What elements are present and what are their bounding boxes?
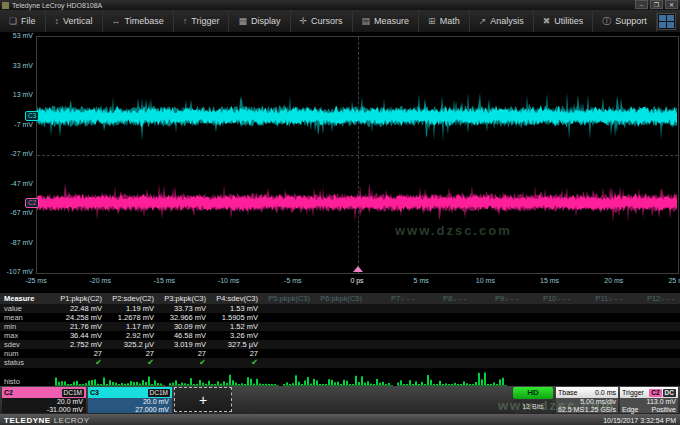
measure-cell — [471, 349, 523, 358]
grid-layout-icon[interactable] — [657, 13, 676, 30]
measure-cell — [575, 349, 627, 358]
measure-column-header[interactable]: P7:- - - — [367, 293, 419, 304]
menu-item-label: Measure — [374, 16, 409, 26]
status-cell — [627, 358, 679, 368]
measure-column-header[interactable]: P3:pkpk(C3) — [159, 293, 211, 304]
graticule[interactable]: www.dzsc.com — [36, 36, 679, 274]
measure-cell — [315, 322, 367, 331]
status-cell — [523, 358, 575, 368]
measure-column-header[interactable]: P1:pkpk(C2) — [55, 293, 107, 304]
channel-descriptor-c3[interactable]: C3 DC1M 20.0 mV 27.000 mV — [88, 387, 172, 413]
window-controls: – ❐ ✕ — [635, 0, 678, 9]
status-cell — [367, 358, 419, 368]
measure-title: Measure — [0, 293, 55, 304]
measure-cell — [627, 331, 679, 340]
measure-column-header[interactable]: P9:- - - — [471, 293, 523, 304]
menu-item-label: Analysis — [490, 16, 524, 26]
trigger-slope: Positive — [651, 406, 676, 414]
histogram-p4 — [397, 370, 507, 386]
trigger-marker-icon[interactable] — [353, 266, 363, 272]
measure-cell — [575, 313, 627, 322]
menu-item-display[interactable]: ▦Display — [229, 10, 290, 32]
measure-cell — [523, 349, 575, 358]
measure-cell — [575, 340, 627, 349]
measure-cell — [367, 349, 419, 358]
oscilloscope-app: Teledyne LeCroy HDO8108A – ❐ ✕ ❏File↕Ver… — [0, 0, 680, 425]
menu-item-label: Timebase — [125, 16, 164, 26]
menu-item-measure[interactable]: ▤Measure — [353, 10, 420, 32]
measure-column-header[interactable]: P4:sdev(C3) — [211, 293, 263, 304]
descriptor-strip: C2 DC1M 20.0 mV -31.000 mV C3 DC1M 20.0 … — [0, 386, 680, 414]
channel-descriptor-c2[interactable]: C2 DC1M 20.0 mV -31.000 mV — [2, 387, 86, 413]
measure-cell: 1.52 mV — [211, 322, 263, 331]
menu-item-label: Cursors — [311, 16, 343, 26]
status-cell — [263, 358, 315, 368]
measure-column-header[interactable]: P5:pkpk(C3) — [263, 293, 315, 304]
menu-item-support[interactable]: ⓘSupport — [593, 10, 657, 32]
measure-cell — [627, 349, 679, 358]
hd-mode-badge[interactable]: HD — [513, 387, 553, 399]
measure-cell — [419, 340, 471, 349]
trigger-icon: ↑ — [183, 16, 188, 26]
measure-column-header[interactable]: P10:- - - — [523, 293, 575, 304]
waveform-area: www.dzsc.com 53 mV33 mV13 mV-7 mV-27 mV-… — [0, 33, 680, 293]
x-axis-label: -15 ms — [147, 277, 181, 284]
trigger-body: 113.0 mV Edge Positive — [620, 398, 678, 413]
measure-cell — [263, 340, 315, 349]
menu-item-label: Trigger — [191, 16, 219, 26]
measure-cell: 30.09 mV — [159, 322, 211, 331]
menu-item-vertical[interactable]: ↕Vertical — [46, 10, 103, 32]
measure-cell — [367, 313, 419, 322]
measure-column-header[interactable]: P11:- - - — [575, 293, 627, 304]
menu-item-cursors[interactable]: ✛Cursors — [291, 10, 353, 32]
measure-cell: 1.19 mV — [107, 304, 159, 313]
measure-cell — [263, 349, 315, 358]
measure-cell — [315, 331, 367, 340]
menu-item-trigger[interactable]: ↑Trigger — [174, 10, 230, 32]
add-trace-button[interactable]: + — [174, 387, 232, 412]
measure-cell — [367, 304, 419, 313]
measure-cell: 3.019 mV — [159, 340, 211, 349]
timebase-descriptor[interactable]: Tbase 0.0 ms 5.00 ms/div 62.5 MS 1.25 GS… — [556, 387, 618, 413]
measure-cell — [523, 340, 575, 349]
cursors-icon: ✛ — [300, 16, 308, 26]
menu-item-file[interactable]: ❏File — [0, 10, 46, 32]
x-axis-label: 25 ms — [661, 277, 680, 284]
menu-item-label: File — [21, 16, 36, 26]
status-cell: ✔ — [55, 358, 107, 368]
measure-header-row: MeasureP1:pkpk(C2)P2:sdev(C2)P3:pkpk(C3)… — [0, 293, 680, 304]
timebase-scale: 5.00 ms/div — [580, 398, 616, 406]
footer-bar: TELEDYNE LECROY 10/15/2017 3:32:54 PM — [0, 414, 680, 425]
measure-cell — [367, 340, 419, 349]
channel-marker-c2[interactable]: C2 — [25, 198, 39, 208]
measure-column-header[interactable]: P2:sdev(C2) — [107, 293, 159, 304]
menu-item-label: Utilities — [554, 16, 583, 26]
window-title: Teledyne LeCroy HDO8108A — [12, 2, 102, 9]
y-axis-label: -47 mV — [1, 180, 33, 187]
measure-cell — [263, 322, 315, 331]
channel-marker-c3[interactable]: C3 — [25, 111, 39, 121]
timebase-icon: ↔ — [112, 16, 121, 26]
measure-cell — [263, 304, 315, 313]
measure-column-header[interactable]: P12:- - - — [627, 293, 679, 304]
c3-offset: 27.000 mV — [91, 406, 169, 414]
menu-item-utilities[interactable]: ✖Utilities — [534, 10, 594, 32]
math-icon: ⊞ — [428, 16, 436, 26]
timebase-header: Tbase 0.0 ms — [556, 387, 618, 398]
trigger-label: Trigger — [622, 389, 644, 396]
trigger-descriptor[interactable]: Trigger C2 DC 113.0 mV Edge Positive — [620, 387, 678, 413]
minimize-button[interactable]: – — [635, 0, 648, 9]
c2-label: C2 — [4, 389, 13, 396]
menu-item-math[interactable]: ⊞Math — [419, 10, 470, 32]
measure-column-header[interactable]: P6:pkpk(C5) — [315, 293, 367, 304]
measure-column-header[interactable]: P8:- - - — [419, 293, 471, 304]
close-button[interactable]: ✕ — [665, 0, 678, 9]
menu-item-label: Math — [440, 16, 460, 26]
measure-cell: 327.5 µV — [211, 340, 263, 349]
timebase-position: 0.0 ms — [595, 389, 616, 396]
menu-item-timebase[interactable]: ↔Timebase — [103, 10, 174, 32]
menu-item-analysis[interactable]: ↗Analysis — [470, 10, 534, 32]
hd-bits-label: 12 Bits — [513, 400, 553, 413]
maximize-button[interactable]: ❐ — [650, 0, 663, 9]
measure-cell — [419, 322, 471, 331]
